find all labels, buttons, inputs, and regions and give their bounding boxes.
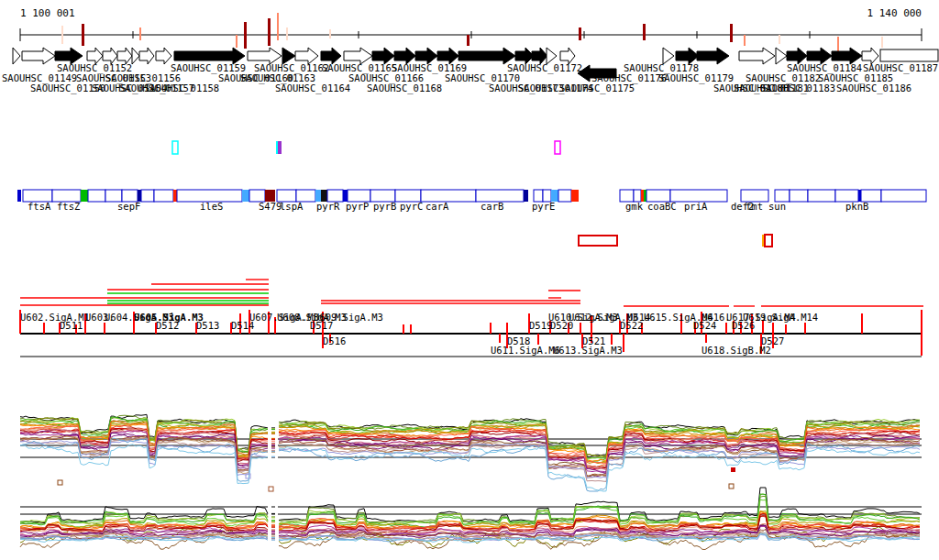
- gene-label: SAOUHSC_01168: [367, 83, 442, 93]
- feature-label: pknB: [845, 202, 868, 212]
- gene-label: SAOUHSC_01164: [275, 83, 350, 93]
- feature-label: ftsZ: [57, 202, 80, 212]
- feature-box[interactable]: [790, 190, 808, 202]
- feature-label: pyrP: [346, 202, 369, 212]
- transcript-label: D522: [620, 321, 643, 331]
- genome-browser-view: SAOUHSC_01152SAOUHSC_01159SAOUHSC_01162S…: [0, 0, 939, 560]
- tss-marker[interactable]: [276, 141, 278, 154]
- transcript-label: D514: [231, 321, 254, 331]
- ruler-mark[interactable]: [579, 27, 581, 40]
- feature-label: sepF: [117, 202, 140, 212]
- feature-label: S479: [259, 202, 282, 212]
- feature-segment[interactable]: [524, 190, 528, 202]
- gene-arrow[interactable]: [22, 48, 55, 64]
- expression-marker: [269, 487, 273, 491]
- transcript-label: U618.SigB.M2: [701, 346, 771, 356]
- feature-label: carB: [481, 202, 503, 212]
- feature-box[interactable]: [558, 190, 571, 202]
- feature-label: coaBC: [647, 202, 677, 212]
- feature-label: lspA: [280, 202, 303, 212]
- ruler-mark[interactable]: [329, 29, 331, 38]
- ruler-end-coordinate: 1 140 000: [867, 7, 922, 19]
- expression-marker: [58, 480, 62, 485]
- ruler-mark[interactable]: [268, 18, 271, 46]
- transcript-label: D520: [550, 321, 573, 331]
- gene-arrow[interactable]: [739, 48, 775, 64]
- gene-label: SAOUHSC_01183: [760, 83, 835, 93]
- transcript-label: D519: [529, 321, 552, 331]
- ruler-mark[interactable]: [82, 24, 84, 46]
- ruler-mark[interactable]: [881, 37, 883, 48]
- feature-label: ileS: [200, 202, 223, 212]
- feature-box[interactable]: [808, 190, 835, 202]
- gene-arrow[interactable]: [697, 48, 729, 64]
- ruler-mark[interactable]: [236, 35, 238, 48]
- feature-label: carA: [425, 202, 448, 212]
- ruler-mark[interactable]: [286, 27, 288, 40]
- transcript-label: D517: [310, 321, 333, 331]
- gene-arrow[interactable]: [776, 48, 787, 64]
- transcript-label: U613.SigA.M3: [553, 346, 623, 356]
- gene-label: SAOUHSC_01158: [144, 83, 219, 93]
- tss-marker[interactable]: [278, 141, 282, 154]
- feature-label: fmt: [746, 202, 763, 212]
- ruler-mark[interactable]: [61, 26, 63, 44]
- gene-label: SAOUHSC_01186: [836, 83, 911, 93]
- feature-segment[interactable]: [81, 190, 88, 202]
- feature-label: gmk: [625, 202, 643, 212]
- gene-arrow[interactable]: [880, 49, 938, 61]
- feature-label: ftsA: [28, 202, 50, 212]
- gene-label: SAOUHSC_01175: [559, 83, 635, 93]
- gene-arrow[interactable]: [139, 48, 154, 64]
- ruler-mark[interactable]: [139, 27, 141, 40]
- ruler-start-coordinate: 1 100 001: [20, 7, 75, 19]
- transcript-label: D513: [196, 321, 219, 331]
- gene-arrow[interactable]: [132, 48, 139, 64]
- gene-arrow[interactable]: [156, 48, 171, 64]
- ruler-mark[interactable]: [837, 37, 839, 51]
- gene-arrow[interactable]: [13, 48, 20, 64]
- feature-box[interactable]: [88, 190, 105, 202]
- feature-box[interactable]: [154, 190, 173, 202]
- ruler-mark[interactable]: [244, 22, 247, 49]
- ruler-mark[interactable]: [744, 35, 746, 46]
- feature-segment[interactable]: [173, 190, 177, 202]
- transcript-label: D512: [156, 321, 179, 331]
- ruler-mark[interactable]: [643, 24, 646, 40]
- feature-segment[interactable]: [17, 190, 21, 202]
- feature-label: sun: [768, 202, 786, 212]
- expression-marker: [729, 484, 734, 489]
- transcript-label: D526: [732, 321, 755, 331]
- feature-label: pyrR: [316, 202, 339, 212]
- ruler-mark[interactable]: [277, 13, 279, 40]
- feature-label: priA: [684, 202, 707, 212]
- tss-marker[interactable]: [172, 141, 178, 154]
- annotation-box[interactable]: [579, 236, 617, 246]
- feature-label: pyrC: [400, 202, 423, 212]
- feature-box[interactable]: [141, 190, 154, 202]
- transcript-label: D511: [60, 321, 83, 331]
- feature-box[interactable]: [881, 190, 926, 202]
- feature-segment[interactable]: [242, 190, 249, 202]
- transcript-label: D516: [323, 336, 346, 346]
- ruler-mark[interactable]: [779, 35, 780, 44]
- feature-label: pyrB: [373, 202, 396, 212]
- ruler-mark[interactable]: [467, 35, 470, 46]
- transcript-label: D524: [693, 321, 716, 331]
- tss-marker[interactable]: [555, 141, 560, 154]
- transcript-label: U611.SigA.M6: [491, 346, 560, 356]
- feature-segment[interactable]: [571, 190, 579, 202]
- annotation-box[interactable]: [765, 235, 772, 247]
- feature-label: pyrE: [532, 202, 555, 212]
- ruler-mark[interactable]: [730, 24, 733, 42]
- expression-marker: [731, 467, 735, 472]
